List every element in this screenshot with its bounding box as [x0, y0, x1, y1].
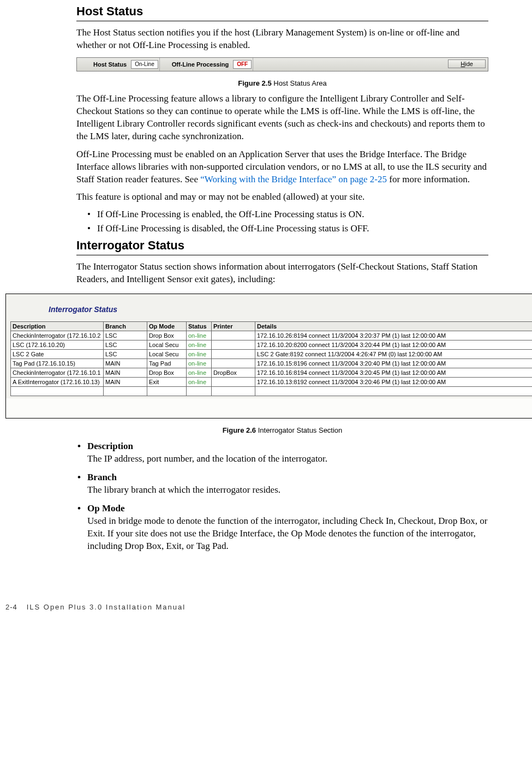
table-row: Tag Pad (172.16.10.15)MAINTag Padon-line… [11, 359, 533, 368]
cell-details: LSC 2 Gate:8192 connect 11/3/2004 4:26:4… [255, 350, 533, 359]
cell-empty [11, 387, 104, 396]
definition-item: Op ModeUsed in bridge mode to denote the… [87, 503, 488, 553]
cell-status: on-line [187, 350, 212, 359]
bullet-off: If Off-Line Processing is disabled, the … [87, 223, 488, 234]
link-bridge-interface[interactable]: “Working with the Bridge Interface” on p… [200, 174, 387, 184]
figure-caption-host-status: Figure 2.5 Host Status Area [76, 79, 488, 87]
table-row: LSC 2 GateLSCLocal Secuon-lineLSC 2 Gate… [11, 350, 533, 359]
cell-status: on-line [187, 340, 212, 350]
cell-description: Tag Pad (172.16.10.15) [11, 359, 104, 368]
para-offline-feature: The Off-Line Processing feature allows a… [76, 93, 488, 143]
para-optional-feature: This feature is optional and may or may … [76, 191, 488, 204]
para-interrogator-intro: The Interrogator Status section shows in… [76, 261, 488, 286]
page-number: 2-4 [5, 603, 17, 611]
cell-description: A ExitInterrogator (172.16.10.13) [11, 378, 104, 387]
definition-term: Op Mode [87, 503, 488, 514]
table-row: LSC (172.16.10.20)LSCLocal Secuon-line17… [11, 340, 533, 350]
heading-host-status: Host Status [76, 4, 488, 19]
cell-details: 172.16.10.16:8194 connect 11/3/2004 3:20… [255, 368, 533, 378]
host-status-bar: Host Status On-Line Off-Line Processing … [76, 57, 488, 71]
definition-item: BranchThe library branch at which the in… [87, 472, 488, 497]
cell-op-mode: Drop Box [147, 331, 187, 340]
offline-processing-value: OFF [233, 60, 252, 69]
col-details: Details [255, 322, 533, 331]
cell-empty [147, 387, 187, 396]
interrogator-status-title: Interrogator Status [49, 305, 532, 314]
col-op-mode: Op Mode [147, 322, 187, 331]
bullet-on: If Off-Line Processing is enabled, the O… [87, 209, 488, 220]
cell-op-mode: Tag Pad [147, 359, 187, 368]
cell-status: on-line [187, 359, 212, 368]
cell-empty [212, 387, 255, 396]
cell-status: on-line [187, 331, 212, 340]
cell-empty [187, 387, 212, 396]
cell-op-mode: Exit [147, 378, 187, 387]
para-bridge-interface: Off-Line Processing must be enabled on a… [76, 148, 488, 186]
para-host-status-intro: The Host Status section notifies you if … [76, 27, 488, 52]
cell-printer [212, 340, 255, 350]
cell-description: LSC (172.16.10.20) [11, 340, 104, 350]
cell-branch: MAIN [104, 368, 147, 378]
definition-description: The IP address, port number, and the loc… [87, 453, 488, 465]
table-row: CheckinInterrogator (172.16.10.2LSCDrop … [11, 331, 533, 340]
rule [76, 255, 488, 255]
cell-printer [212, 378, 255, 387]
interrogator-status-figure: Interrogator Status Description Branch O… [5, 294, 532, 419]
hide-button[interactable]: Hide [448, 59, 486, 68]
table-row [11, 387, 533, 396]
book-title: ILS Open Plus 3.0 Installation Manual [27, 603, 186, 611]
cell-empty [255, 387, 533, 396]
cell-status: on-line [187, 368, 212, 378]
interrogator-status-table: Description Branch Op Mode Status Printe… [10, 321, 532, 396]
cell-description: LSC 2 Gate [11, 350, 104, 359]
cell-printer [212, 359, 255, 368]
cell-op-mode: Local Secu [147, 340, 187, 350]
col-printer: Printer [212, 322, 255, 331]
table-row: CheckinInterrogator (172.16.10.1MAINDrop… [11, 368, 533, 378]
cell-branch: LSC [104, 340, 147, 350]
cell-empty [104, 387, 147, 396]
cell-printer [212, 350, 255, 359]
cell-details: 172.16.10.20:8200 connect 11/3/2004 3:20… [255, 340, 533, 350]
col-branch: Branch [104, 322, 147, 331]
table-row: A ExitInterrogator (172.16.10.13)MAINExi… [11, 378, 533, 387]
heading-interrogator-status: Interrogator Status [76, 238, 488, 253]
definition-term: Branch [87, 472, 488, 483]
cell-branch: MAIN [104, 378, 147, 387]
definition-item: DescriptionThe IP address, port number, … [87, 441, 488, 465]
cell-printer: DropBox [212, 368, 255, 378]
col-description: Description [11, 322, 104, 331]
blank-strip [6, 398, 532, 418]
rule [76, 21, 488, 21]
divider [159, 58, 160, 71]
offline-processing-label: Off-Line Processing [172, 61, 229, 68]
definition-description: Used in bridge mode to denote the functi… [87, 515, 488, 553]
host-status-label: Host Status [93, 61, 127, 68]
cell-details: 172.16.10.13:8192 connect 11/3/2004 3:20… [255, 378, 533, 387]
cell-branch: LSC [104, 331, 147, 340]
cell-details: 172.16.10.15:8196 connect 11/3/2004 3:20… [255, 359, 533, 368]
cell-description: CheckinInterrogator (172.16.10.2 [11, 331, 104, 340]
cell-branch: MAIN [104, 359, 147, 368]
cell-op-mode: Local Secu [147, 350, 187, 359]
page-footer: 2-4 ILS Open Plus 3.0 Installation Manua… [0, 603, 532, 622]
divider [253, 58, 253, 71]
definition-description: The library branch at which the interrog… [87, 484, 488, 497]
cell-description: CheckinInterrogator (172.16.10.1 [11, 368, 104, 378]
cell-branch: LSC [104, 350, 147, 359]
cell-details: 172.16.10.26:8194 connect 11/3/2004 3:20… [255, 331, 533, 340]
cell-op-mode: Drop Box [147, 368, 187, 378]
table-header-row: Description Branch Op Mode Status Printe… [11, 322, 533, 331]
definition-term: Description [87, 441, 488, 452]
host-status-value: On-Line [131, 60, 158, 69]
cell-printer [212, 331, 255, 340]
cell-status: on-line [187, 378, 212, 387]
col-status: Status [187, 322, 212, 331]
figure-caption-interrogator: Figure 2.6 Interrogator Status Section [76, 426, 488, 434]
